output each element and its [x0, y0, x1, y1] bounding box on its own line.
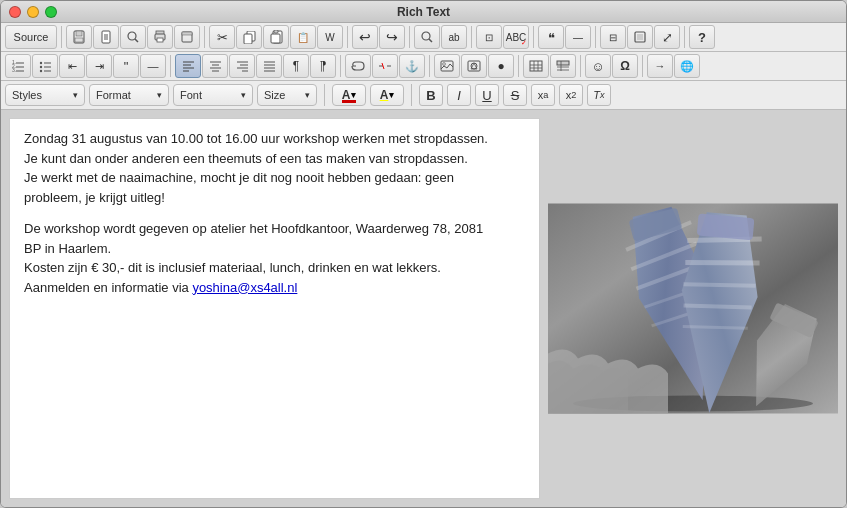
- indent-decrease-button[interactable]: ⇤: [59, 54, 85, 78]
- image-pane: [548, 118, 838, 499]
- select-all-button[interactable]: ⊡: [476, 25, 502, 49]
- text-line-4: probleem, je krijgt uitleg!: [24, 188, 525, 208]
- help-button[interactable]: ?: [689, 25, 715, 49]
- special-char-button[interactable]: Ω: [612, 54, 638, 78]
- svg-point-53: [443, 63, 446, 66]
- copy-button[interactable]: [236, 25, 262, 49]
- text-line-7: Kosten zijn € 30,- dit is inclusief mate…: [24, 258, 525, 278]
- show-blocks-button[interactable]: ⊟: [600, 25, 626, 49]
- smiley-button[interactable]: ☺: [585, 54, 611, 78]
- paste-text-button[interactable]: 📋: [290, 25, 316, 49]
- window-title: Rich Text: [397, 5, 450, 19]
- sep2: [204, 26, 205, 48]
- bg-color-arrow: ▾: [389, 90, 394, 100]
- table-button[interactable]: [523, 54, 549, 78]
- font-dropdown[interactable]: Font ▾: [173, 84, 253, 106]
- window-controls: [9, 6, 57, 18]
- save-button[interactable]: [66, 25, 92, 49]
- circle-button[interactable]: ●: [488, 54, 514, 78]
- divider-button[interactable]: —: [140, 54, 166, 78]
- sep1: [61, 26, 62, 48]
- svg-rect-18: [274, 30, 278, 33]
- maximize-button[interactable]: [45, 6, 57, 18]
- text-line-5: De workshop wordt gegeven op atelier het…: [24, 219, 525, 239]
- redo-button[interactable]: ↪: [379, 25, 405, 49]
- strikethrough-button[interactable]: S: [503, 84, 527, 106]
- paste-button[interactable]: [263, 25, 289, 49]
- templates-button[interactable]: [174, 25, 200, 49]
- close-button[interactable]: [9, 6, 21, 18]
- tie-image: [548, 118, 838, 499]
- bold-button[interactable]: B: [419, 84, 443, 106]
- link-button[interactable]: [345, 54, 371, 78]
- main-window: Rich Text Source ✂ 📋 W ↩ ↪ ab ⊡ ABC ✓: [0, 0, 847, 508]
- align-left-button[interactable]: [175, 54, 201, 78]
- link-style-button[interactable]: 🌐: [674, 54, 700, 78]
- align-right-button[interactable]: [229, 54, 255, 78]
- ltr-button[interactable]: ¶: [283, 54, 309, 78]
- svg-point-31: [40, 66, 42, 68]
- svg-point-19: [422, 32, 430, 40]
- align-center-button[interactable]: [202, 54, 228, 78]
- sep-fmt1: [324, 84, 325, 106]
- styles-arrow: ▾: [73, 90, 78, 100]
- text-line-3: Je werkt met de naaimachine, mocht je di…: [24, 168, 525, 188]
- rtl-button[interactable]: ¶: [310, 54, 336, 78]
- sep-fmt2: [411, 84, 412, 106]
- text-line-8: Aanmelden en informatie via yoshina@xs4a…: [24, 278, 525, 298]
- superscript-button[interactable]: x2: [559, 84, 583, 106]
- italic-button[interactable]: I: [447, 84, 471, 106]
- align-justify-button[interactable]: [256, 54, 282, 78]
- svg-rect-13: [182, 32, 192, 35]
- table-properties-button[interactable]: [550, 54, 576, 78]
- minimize-button[interactable]: [27, 6, 39, 18]
- sep14: [642, 55, 643, 77]
- anchor-button[interactable]: ⚓: [399, 54, 425, 78]
- font-color-button[interactable]: A ▾: [332, 84, 366, 106]
- styles-dropdown[interactable]: Styles ▾: [5, 84, 85, 106]
- ordered-list-button[interactable]: 1.2.3.: [5, 54, 31, 78]
- image-button[interactable]: [434, 54, 460, 78]
- svg-rect-11: [157, 38, 163, 42]
- unlink-button[interactable]: [372, 54, 398, 78]
- iframe-button[interactable]: →: [647, 54, 673, 78]
- fullscreen-button[interactable]: ⤢: [654, 25, 680, 49]
- indent-increase-button[interactable]: ⇥: [86, 54, 112, 78]
- size-label: Size: [264, 89, 285, 101]
- blockquote-button[interactable]: ❝: [538, 25, 564, 49]
- unordered-list-button[interactable]: [32, 54, 58, 78]
- sep7: [595, 26, 596, 48]
- sep11: [429, 55, 430, 77]
- cut-button[interactable]: ✂: [209, 25, 235, 49]
- size-arrow: ▾: [305, 90, 310, 100]
- sep13: [580, 55, 581, 77]
- editor-pane[interactable]: Zondag 31 augustus van 10.00 tot 16.00 u…: [9, 118, 540, 499]
- subscript-button[interactable]: xa: [531, 84, 555, 106]
- spellcheck-button[interactable]: ABC ✓: [503, 25, 529, 49]
- bg-color-button[interactable]: A ▾: [370, 84, 404, 106]
- replace-button[interactable]: ab: [441, 25, 467, 49]
- print-button[interactable]: [147, 25, 173, 49]
- sep5: [471, 26, 472, 48]
- paste-word-button[interactable]: W: [317, 25, 343, 49]
- blockquote2-button[interactable]: ": [113, 54, 139, 78]
- preview-button[interactable]: [120, 25, 146, 49]
- undo-button[interactable]: ↩: [352, 25, 378, 49]
- clear-format-button[interactable]: Tx: [587, 84, 611, 106]
- fit-page-button[interactable]: [627, 25, 653, 49]
- toolbar-row-2: 1.2.3. ⇤ ⇥ " — ¶ ¶ ⚓ ● ☺ Ω → 🌐: [1, 52, 846, 81]
- source-button[interactable]: Source: [5, 25, 57, 49]
- font-arrow: ▾: [241, 90, 246, 100]
- svg-line-8: [135, 39, 138, 42]
- svg-point-55: [471, 63, 477, 69]
- flash-button[interactable]: [461, 54, 487, 78]
- new-button[interactable]: [93, 25, 119, 49]
- divline-button[interactable]: —: [565, 25, 591, 49]
- size-dropdown[interactable]: Size ▾: [257, 84, 317, 106]
- format-dropdown[interactable]: Format ▾: [89, 84, 169, 106]
- email-link[interactable]: yoshina@xs4all.nl: [192, 280, 297, 295]
- bg-color-icon: A: [380, 88, 389, 102]
- svg-rect-57: [530, 61, 542, 71]
- find-button[interactable]: [414, 25, 440, 49]
- underline-button[interactable]: U: [475, 84, 499, 106]
